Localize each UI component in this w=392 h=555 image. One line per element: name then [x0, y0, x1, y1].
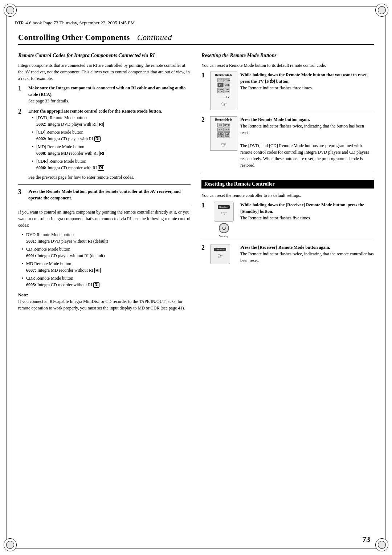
remote-diagram-1: Remote Mode CD DVD TV VCR CableCDR SATMD…: [210, 72, 237, 110]
standby-label: Standby: [219, 235, 228, 238]
reset-step1: 1 Remote Mode CD DVD TV VCR CableCDR SAT…: [201, 72, 374, 113]
page-title-bar: Controlling Other Components—Continued: [18, 33, 374, 45]
bullet1: [DVD] Remote Mode button 5002: Integra D…: [32, 114, 191, 127]
divider1: [18, 184, 191, 185]
integra-symbol: RI: [98, 165, 104, 171]
corner-decoration-tr: [375, 4, 388, 17]
integra-symbol: RI: [93, 282, 99, 288]
reset-ctrl-step1-img: Receiver ☞ ⏻ Standby: [210, 202, 237, 238]
integra-symbol: RI: [94, 136, 101, 142]
reset-ctrl-step2: 2 Receiver ☞ Press the [Receiver] Remote…: [201, 244, 374, 267]
file-info: DTR-4.6.book Page 73 Thursday, September…: [15, 20, 135, 26]
header-meta: DTR-4.6.book Page 73 Thursday, September…: [15, 20, 377, 26]
reset-step1-num: 1: [201, 72, 207, 110]
page-number: 73: [362, 535, 370, 544]
divider2: [18, 205, 191, 205]
left-column: Remote Control Codes for Integra Compone…: [18, 52, 191, 311]
integra-symbol: RI: [99, 151, 105, 156]
rbullet3: MD Remote Mode button 6007: Integra MD r…: [22, 260, 191, 274]
step3-content: Press the Remote Mode button, point the …: [28, 188, 191, 201]
step2-content: Enter the appropriate remote control cod…: [28, 108, 191, 181]
corner-decoration-bl: [4, 538, 17, 551]
corner-decoration-tl: [4, 4, 17, 17]
step1: 1 Make sure the Integra component is con…: [18, 85, 191, 104]
reset-intro: You can reset a Remote Mode button to it…: [201, 62, 374, 69]
step1-number: 1: [18, 85, 25, 93]
step3: 3 Press the Remote Mode button, point th…: [18, 188, 191, 201]
paragraph2: If you want to control an Integra compon…: [18, 209, 191, 228]
reset-ctrl-step1: 1 Receiver ☞ ⏻ Standby While holding dow…: [201, 202, 374, 241]
rbullet4: CDR Remote Mode button 6005: Integra CD …: [22, 275, 191, 288]
step3-number: 3: [18, 188, 25, 196]
bullet2: [CD] Remote Mode button 6002: Integra CD…: [32, 129, 191, 142]
reset-step2-text: Press the Remote Mode button again. The …: [240, 116, 374, 169]
page-title: Controlling Other Components—Continued: [18, 33, 374, 42]
reset-ctrl-step1-num: 1: [201, 202, 207, 238]
section-reset-heading: Resetting the Remote Mode Buttons: [201, 52, 374, 59]
standby-button-icon: ⏻: [219, 223, 229, 233]
right-bullets: DVD Remote Mode button 5001: Integra DVD…: [18, 231, 191, 288]
integra-symbol: RI: [94, 268, 101, 273]
section1-intro: Integra components that are connected vi…: [18, 62, 191, 82]
reset-ctrl-step1-text: While holding down the [Receiver] Remote…: [240, 202, 374, 238]
corner-decoration-br: [375, 538, 388, 551]
reset-step2: 2 Remote Mode CD DVD TV VCR CableCDR SAT…: [201, 116, 374, 173]
remote-diagram-2: Remote Mode CD DVD TV VCR CableCDR SATMD…: [210, 116, 237, 151]
integra-symbol: RI: [98, 122, 104, 127]
step2-number: 2: [18, 108, 25, 116]
reset-ctrl-step2-text: Press the [Receiver] Remote Mode button …: [240, 244, 374, 264]
note-box: Note: If you connect an RI-capable Integ…: [18, 292, 191, 311]
reset-step2-img: Remote Mode CD DVD TV VCR CableCDR SATMD…: [210, 116, 237, 169]
receiver-button-icon: Receiver ☞: [214, 202, 234, 222]
step1-content: Make sure the Integra component is conne…: [28, 85, 191, 104]
reset-step1-img: Remote Mode CD DVD TV VCR CableCDR SATMD…: [210, 72, 237, 110]
reset-ctrl-intro: You can reset the remote controller to i…: [201, 192, 374, 199]
reset-ctrl-step2-num: 2: [201, 244, 207, 264]
hand-pointing-icon-2: ☞: [221, 141, 227, 149]
hand-pointing-icon: ☞: [221, 100, 227, 108]
section1-heading: Remote Control Codes for Integra Compone…: [18, 52, 191, 59]
reset-ctrl-step2-img: Receiver ☞: [210, 244, 237, 264]
rbullet1: DVD Remote Mode button 5001: Integra DVD…: [22, 231, 191, 244]
section-reset-controller-heading: Resetting the Remote Controller: [201, 180, 374, 189]
bullet4: [CDR] Remote Mode button 6006: Integra C…: [32, 158, 191, 171]
right-column: Resetting the Remote Mode Buttons You ca…: [201, 52, 374, 311]
step2: 2 Enter the appropriate remote control c…: [18, 108, 191, 181]
reset-step1-text: While holding down the Remote Mode butto…: [240, 72, 374, 110]
bullet3: [MD] Remote Mode button 6008: Integra MD…: [32, 143, 191, 157]
rbullet2: CD Remote Mode button 6001: Integra CD p…: [22, 246, 191, 259]
step2-bullets: [DVD] Remote Mode button 5002: Integra D…: [28, 114, 191, 171]
reset-step2-num: 2: [201, 116, 207, 169]
receiver-button-icon-2: Receiver ☞: [210, 244, 230, 264]
